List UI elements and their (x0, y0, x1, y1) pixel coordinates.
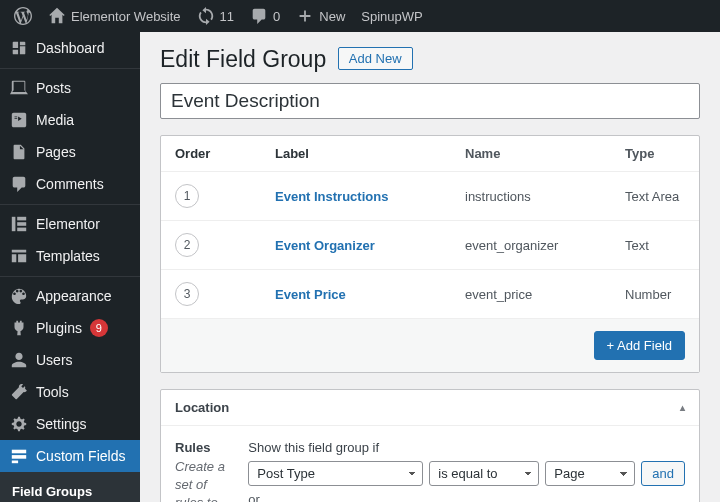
menu-appearance[interactable]: Appearance (0, 276, 140, 312)
col-type-header: Type (625, 146, 685, 161)
rules-description: Create a set of rules to determine which… (175, 458, 234, 502)
svg-rect-2 (17, 222, 26, 226)
plugins-badge: 9 (90, 319, 108, 337)
rule-param-select[interactable]: Post Type (248, 461, 423, 486)
menu-settings[interactable]: Settings (0, 408, 140, 440)
custom-fields-submenu: Field Groups Add New Tools (0, 472, 140, 502)
group-title-input[interactable] (160, 83, 700, 119)
svg-rect-4 (12, 450, 26, 454)
field-label-link[interactable]: Event Instructions (275, 189, 388, 204)
field-name-text: instructions (465, 189, 625, 204)
media-icon (10, 111, 28, 129)
field-row[interactable]: 2 Event Organizer event_organizer Text (161, 221, 699, 270)
pages-icon (10, 143, 28, 161)
posts-icon (10, 79, 28, 97)
menu-comments[interactable]: Comments (0, 168, 140, 200)
add-and-rule-button[interactable]: and (641, 461, 685, 486)
field-label-link[interactable]: Event Organizer (275, 238, 375, 253)
site-name[interactable]: Elementor Website (40, 0, 189, 32)
admin-bar: Elementor Website 11 0 New SpinupWP (0, 0, 720, 32)
rule-row: Post Type is equal to Page and (248, 461, 685, 486)
admin-sidebar: Dashboard Posts Media Pages Comments Ele… (0, 32, 140, 502)
rules-title: Rules (175, 440, 234, 455)
order-badge: 1 (175, 184, 199, 208)
field-name-text: event_price (465, 287, 625, 302)
add-field-bar: + Add Field (161, 319, 699, 372)
col-order-header: Order (175, 146, 275, 161)
users-icon (10, 351, 28, 369)
wordpress-icon (14, 7, 32, 25)
order-badge: 2 (175, 233, 199, 257)
menu-users[interactable]: Users (0, 344, 140, 376)
rule-operator-select[interactable]: is equal to (429, 461, 539, 486)
svg-rect-1 (17, 217, 26, 221)
col-name-header: Name (465, 146, 625, 161)
show-if-label: Show this field group if (248, 440, 685, 455)
menu-media[interactable]: Media (0, 104, 140, 136)
comments-icon (10, 175, 28, 193)
spinupwp-text: SpinupWP (361, 9, 422, 24)
svg-rect-0 (12, 217, 16, 231)
page-heading: Edit Field Group (160, 46, 326, 73)
fields-header: Order Label Name Type (161, 136, 699, 172)
home-icon (48, 7, 66, 25)
templates-icon (10, 247, 28, 265)
updates[interactable]: 11 (189, 0, 242, 32)
site-title-text: Elementor Website (71, 9, 181, 24)
content-area: Edit Field Group Add New Order Label Nam… (140, 32, 720, 502)
rules-config-column: Show this field group if Post Type is eq… (248, 440, 685, 502)
comments-bubble[interactable]: 0 (242, 0, 288, 32)
fields-panel: Order Label Name Type 1 Event Instructio… (160, 135, 700, 373)
location-panel-header[interactable]: Location ▴ (161, 390, 699, 426)
plugins-icon (10, 319, 28, 337)
menu-templates[interactable]: Templates (0, 240, 140, 272)
comments-icon (250, 7, 268, 25)
svg-rect-3 (17, 228, 26, 232)
updates-count-text: 11 (220, 9, 234, 24)
toggle-indicator-icon: ▴ (680, 402, 685, 413)
plus-icon (296, 7, 314, 25)
custom-fields-icon (10, 447, 28, 465)
field-label-link[interactable]: Event Price (275, 287, 346, 302)
field-type-text: Text (625, 238, 685, 253)
field-row[interactable]: 1 Event Instructions instructions Text A… (161, 172, 699, 221)
new-label-text: New (319, 9, 345, 24)
location-panel: Location ▴ Rules Create a set of rules t… (160, 389, 700, 502)
menu-tools[interactable]: Tools (0, 376, 140, 408)
tools-icon (10, 383, 28, 401)
menu-dashboard[interactable]: Dashboard (0, 32, 140, 64)
location-body: Rules Create a set of rules to determine… (161, 426, 699, 502)
dashboard-icon (10, 39, 28, 57)
comments-count-text: 0 (273, 9, 280, 24)
add-new-button[interactable]: Add New (338, 47, 413, 70)
menu-elementor[interactable]: Elementor (0, 204, 140, 240)
field-type-text: Number (625, 287, 685, 302)
or-label: or (248, 492, 685, 502)
location-title: Location (175, 400, 229, 415)
wp-logo[interactable] (6, 0, 40, 32)
field-type-text: Text Area (625, 189, 685, 204)
spinupwp-item[interactable]: SpinupWP (353, 0, 430, 32)
rule-value-select[interactable]: Page (545, 461, 635, 486)
rules-label-column: Rules Create a set of rules to determine… (175, 440, 234, 502)
field-name-text: event_organizer (465, 238, 625, 253)
new-content[interactable]: New (288, 0, 353, 32)
menu-custom-fields[interactable]: Custom Fields (0, 440, 140, 472)
col-label-header: Label (275, 146, 465, 161)
svg-rect-6 (12, 461, 18, 464)
menu-posts[interactable]: Posts (0, 68, 140, 104)
settings-icon (10, 415, 28, 433)
field-row[interactable]: 3 Event Price event_price Number (161, 270, 699, 319)
main-layout: Dashboard Posts Media Pages Comments Ele… (0, 32, 720, 502)
elementor-icon (10, 215, 28, 233)
order-badge: 3 (175, 282, 199, 306)
updates-icon (197, 7, 215, 25)
add-field-button[interactable]: + Add Field (594, 331, 685, 360)
menu-pages[interactable]: Pages (0, 136, 140, 168)
submenu-field-groups[interactable]: Field Groups (0, 478, 140, 502)
menu-plugins[interactable]: Plugins9 (0, 312, 140, 344)
svg-rect-5 (12, 455, 26, 459)
appearance-icon (10, 287, 28, 305)
